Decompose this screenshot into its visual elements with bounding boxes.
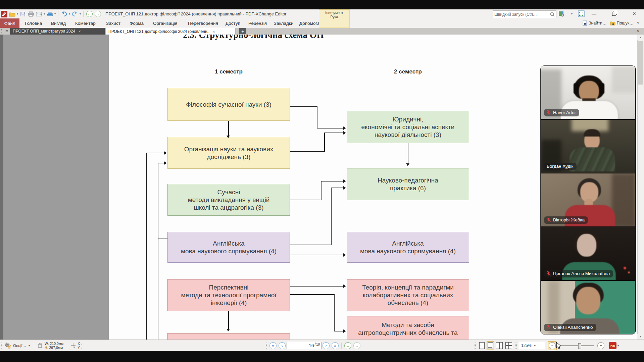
tab-project-onp-active[interactable]: ПРОЕКТ_ОНП 121 доктор філософії 2024 (он…	[105, 28, 236, 35]
zoom-in-button[interactable]: +	[597, 342, 604, 349]
redo-icon[interactable]	[71, 11, 79, 17]
single-page-layout-icon[interactable]	[479, 342, 485, 349]
muted-mic-icon	[547, 217, 551, 222]
restore-button[interactable]	[609, 10, 619, 17]
menu-file[interactable]: Файл	[0, 18, 19, 28]
cursor-coordinates: X : Y :	[78, 342, 82, 350]
menu-accessibility[interactable]: Доступ	[224, 18, 242, 28]
video-tile-viktoriia-zhebka[interactable]: Вікторія Жебка	[541, 173, 635, 226]
redo-dropdown[interactable]: ▾	[80, 12, 81, 15]
find-button[interactable]: Знайти…	[583, 20, 607, 26]
menu-convert[interactable]: Перетворення	[187, 18, 219, 28]
page-number-input[interactable]: 16 18	[287, 342, 321, 349]
customize-toolbar-icon[interactable]	[558, 10, 565, 18]
continuous-layout-icon[interactable]	[487, 341, 494, 350]
open-file-icon[interactable]	[8, 11, 16, 17]
tabbar-grip	[1, 29, 2, 33]
page-dimensions: W: 210,0мм H: 297,0мм	[45, 342, 63, 350]
screen: { "topbar": { "title": "ПРОЕКТ_ОНП 121 д…	[0, 0, 644, 362]
menu-help[interactable]: Допомога	[298, 18, 321, 28]
zoom-slider[interactable]	[559, 345, 594, 346]
diagram-box-legal-aspects: Юридичні, економічні та соціальні аспект…	[347, 111, 469, 143]
tab-menu-icon[interactable]: ≡	[4, 29, 9, 34]
zoom-level-combo[interactable]: 125% ▾	[519, 342, 545, 349]
grid-layout-icon[interactable]	[505, 342, 512, 349]
email-dropdown[interactable]: ▾	[44, 12, 45, 15]
app-logo-icon	[0, 11, 8, 17]
history-back-button[interactable]: ←	[344, 342, 351, 349]
scanner-icon[interactable]	[46, 11, 53, 17]
bottom-letterbox	[0, 351, 644, 362]
page-title: 2.3. Структурно-логічна схема ОП	[153, 35, 354, 40]
customize-dropdown[interactable]: ▾	[571, 12, 573, 15]
fullscreen-icon[interactable]	[578, 10, 585, 18]
toolbar-chevron-icon[interactable]: ˅	[637, 21, 639, 25]
participant-name-label: Oleksii Ananchenko	[544, 324, 596, 331]
open-dropdown[interactable]: ▾	[17, 12, 18, 15]
pdf-badge-icon: PDF	[609, 342, 617, 350]
diagram-box-pedagogical-practice: Науково-педагогічна практика (6)	[347, 168, 469, 200]
minimize-button[interactable]: —	[589, 10, 599, 17]
menu-protect[interactable]: Захист	[105, 18, 122, 28]
svg-text:PDF: PDF	[610, 344, 616, 348]
tab2-close-icon[interactable]: ×	[213, 30, 215, 34]
nav-back-button[interactable]: ←	[86, 11, 93, 17]
diagram-box-anthropocentric-computing: Методи та засоби антропоцентричних обчис…	[347, 316, 469, 340]
tab-project-opp[interactable]: ПРОЕКТ ОПП_магістратури 2024 ×	[10, 28, 105, 35]
video-tile-bohdan-khudik[interactable]: Богдан Худік	[541, 120, 635, 173]
find-icon	[583, 20, 587, 26]
video-tile-tsyhanok-alesia[interactable]: Циганок Алєся Миколаївна	[541, 227, 635, 280]
new-tab-button[interactable]: +	[239, 28, 246, 34]
diagram-box-english-sem2: Англійська мова наукового спрямування (4…	[347, 232, 469, 263]
pdf-tool-badge[interactable]: PDF ▾	[609, 342, 620, 350]
tabbar-close-icon[interactable]: ×	[637, 29, 640, 34]
zoom-slider-thumb[interactable]	[578, 343, 581, 349]
undo-icon[interactable]	[60, 11, 68, 17]
close-window-button[interactable]: ×	[629, 10, 639, 17]
video-tile-oleksii-ananchenko[interactable]: Oleksii Ananchenko	[541, 281, 635, 334]
menu-review[interactable]: Рецензія	[247, 18, 268, 28]
window-title: ПРОЕКТ_ОНП 121 доктор філософії 2024 (он…	[105, 11, 286, 16]
last-page-button[interactable]: »	[332, 342, 339, 349]
scroll-up-icon[interactable]: ▲	[637, 35, 644, 40]
options-button[interactable]: Опції…	[13, 344, 26, 348]
status-bar: Опції… ▾ W: 210,0мм H: 297,0мм X : Y : «…	[0, 340, 644, 351]
video-tile-havor-artur[interactable]: Havor Artur	[541, 66, 635, 119]
scroll-down-icon[interactable]: ▼	[637, 334, 644, 340]
active-tool-indicator: Інструмент Рука	[319, 9, 350, 28]
participant-name-label: Циганок Алєся Миколаївна	[544, 270, 613, 277]
search-icon	[550, 12, 555, 17]
history-forward-button[interactable]: →	[353, 342, 360, 349]
quick-search[interactable]	[493, 10, 556, 18]
undo-dropdown[interactable]: ▾	[69, 12, 70, 15]
nav-forward-button[interactable]: →	[95, 11, 101, 17]
scanner-dropdown[interactable]: ▾	[54, 12, 56, 15]
options-dropdown[interactable]: ▾	[29, 344, 30, 347]
zoom-out-button[interactable]: −	[548, 341, 557, 350]
menu-comment[interactable]: Коментар	[74, 18, 97, 28]
scrollbar-thumb[interactable]	[638, 41, 643, 85]
first-page-button[interactable]: «	[269, 342, 277, 349]
search-button[interactable]: Пошук…	[610, 21, 634, 25]
participant-name-label: Havor Artur	[544, 109, 579, 116]
muted-mic-icon	[547, 325, 551, 330]
prev-page-button[interactable]: ‹	[279, 342, 286, 349]
mouse-cursor	[556, 342, 563, 350]
menu-view[interactable]: Вигляд	[50, 18, 67, 28]
semester2-header: 2 семестр	[347, 68, 469, 75]
diagram-box-collaborative-computing: Теорія, концепції та парадигми колаборат…	[347, 279, 469, 311]
email-icon[interactable]	[35, 11, 43, 17]
menu-organize[interactable]: Організація	[152, 18, 179, 28]
menu-bookmarks[interactable]: Закладки	[273, 18, 295, 28]
menu-form[interactable]: Форма	[128, 18, 145, 28]
two-page-layout-icon[interactable]	[496, 342, 503, 349]
page-size-icon	[38, 343, 43, 348]
print-icon[interactable]	[27, 11, 35, 17]
save-icon[interactable]	[19, 11, 27, 17]
diagram-box-software-engineering: Перспективні методи та технології програ…	[167, 279, 290, 311]
next-page-button[interactable]: ›	[323, 342, 330, 349]
quick-search-input[interactable]	[493, 12, 550, 17]
diagram-box-english-sem1: Англійська мова наукового спрямування (4…	[167, 232, 290, 263]
tab1-close-icon[interactable]: ×	[79, 29, 81, 33]
menu-home[interactable]: Головна	[23, 18, 43, 28]
